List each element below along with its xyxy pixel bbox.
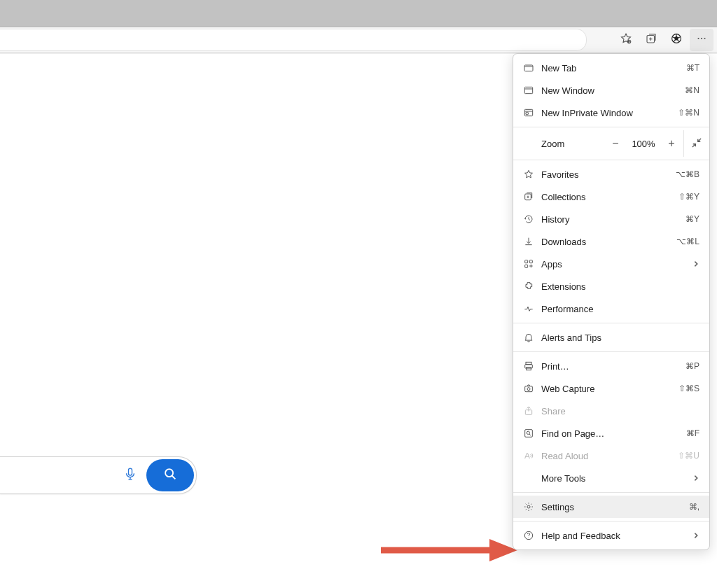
collections-icon: [523, 191, 541, 202]
favorites-star-icon: [620, 32, 632, 48]
menu-item-new-tab[interactable]: New Tab⌘T: [513, 57, 709, 79]
svg-rect-12: [524, 87, 532, 93]
svg-rect-18: [525, 265, 528, 267]
browser-toolbar: [0, 27, 717, 53]
menu-item-find[interactable]: Find on Page…⌘F: [513, 422, 709, 444]
menu-item-label: Favorites: [541, 169, 676, 180]
read-aloud-icon: [523, 450, 541, 461]
svg-point-5: [701, 38, 702, 39]
menu-item-more-tools[interactable]: More Tools: [513, 467, 709, 489]
zoom-label: Zoom: [541, 139, 604, 149]
search-icon: [162, 466, 178, 484]
search-box[interactable]: [0, 456, 197, 494]
menu-item-shortcut: ⌥⌘L: [676, 237, 699, 246]
apps-icon: [523, 258, 541, 270]
menu-separator: [513, 323, 709, 323]
collections-icon: [645, 32, 657, 48]
menu-item-downloads[interactable]: Downloads⌥⌘L: [513, 230, 709, 253]
window-titlebar: [0, 0, 717, 27]
menu-item-label: Alerts and Tips: [541, 332, 699, 343]
menu-item-label: Settings: [541, 502, 689, 512]
menu-item-label: New InPrivate Window: [541, 108, 678, 118]
bell-icon: [523, 332, 541, 343]
annotation-arrow: [381, 539, 517, 561]
menu-separator: [513, 492, 709, 493]
menu-item-web-capture[interactable]: Web Capture⇧⌘S: [513, 377, 709, 400]
svg-point-4: [697, 38, 699, 39]
svg-rect-16: [525, 260, 528, 263]
soccer-profile-icon: [670, 32, 683, 48]
favorites-button[interactable]: [614, 29, 638, 51]
menu-item-new-window[interactable]: New Window⌘N: [513, 79, 709, 102]
menu-item-extensions[interactable]: Extensions: [513, 275, 709, 298]
microphone-icon: [123, 466, 137, 484]
menu-item-performance[interactable]: Performance: [513, 298, 709, 320]
menu-separator: [513, 160, 709, 160]
toolbar-actions: [614, 27, 713, 52]
svg-rect-17: [529, 260, 532, 263]
zoom-in-button[interactable]: +: [660, 137, 683, 150]
menu-item-shortcut: ⌥⌘B: [676, 169, 699, 179]
menu-item-label: Apps: [541, 259, 692, 270]
more-button[interactable]: [690, 29, 713, 51]
menu-separator: [513, 351, 709, 352]
menu-item-label: Collections: [541, 192, 678, 202]
menu-item-print[interactable]: Print…⌘P: [513, 355, 709, 377]
menu-item-shortcut: ⇧⌘Y: [678, 192, 699, 202]
star-icon: [523, 169, 541, 180]
svg-rect-22: [525, 386, 533, 392]
voice-search-button[interactable]: [116, 466, 144, 484]
performance-icon: [523, 303, 541, 314]
svg-marker-3: [675, 36, 678, 40]
menu-item-label: Share: [541, 406, 699, 416]
fullscreen-icon: [692, 138, 702, 150]
menu-separator: [513, 127, 709, 127]
menu-item-label: History: [541, 214, 685, 225]
history-icon: [523, 214, 541, 225]
menu-item-shortcut: ⇧⌘U: [678, 451, 699, 461]
menu-item-collections[interactable]: Collections⇧⌘Y: [513, 186, 709, 208]
menu-item-label: Extensions: [541, 281, 699, 292]
svg-rect-25: [525, 430, 533, 438]
window-icon: [523, 85, 541, 96]
chevron-right-icon: [692, 259, 699, 270]
profile-button[interactable]: [664, 29, 688, 51]
menu-item-shortcut: ⌘Y: [685, 214, 699, 224]
menu-item-help[interactable]: Help and Feedback: [513, 524, 709, 547]
svg-point-8: [165, 469, 173, 477]
address-bar[interactable]: [0, 29, 587, 51]
menu-item-label: Web Capture: [541, 384, 678, 394]
menu-item-favorites[interactable]: Favorites⌥⌘B: [513, 163, 709, 186]
menu-item-shortcut: ⌘T: [686, 63, 699, 73]
settings-and-more-menu: New Tab⌘TNew Window⌘NNew InPrivate Windo…: [513, 53, 710, 550]
fullscreen-button[interactable]: [683, 130, 709, 157]
menu-item-label: New Tab: [541, 63, 686, 74]
menu-item-alerts[interactable]: Alerts and Tips: [513, 326, 709, 349]
menu-item-label: Print…: [541, 361, 685, 372]
extension-icon: [523, 281, 541, 292]
chevron-right-icon: [692, 473, 699, 484]
svg-point-27: [527, 505, 530, 508]
capture-icon: [523, 383, 541, 394]
menu-item-history[interactable]: History⌘Y: [513, 208, 709, 230]
menu-separator: [513, 521, 709, 522]
find-icon: [523, 428, 541, 439]
help-icon: [523, 530, 541, 541]
menu-item-new-inprivate[interactable]: New InPrivate Window⇧⌘N: [513, 102, 709, 124]
download-icon: [523, 236, 541, 247]
menu-item-label: Help and Feedback: [541, 531, 692, 541]
menu-item-apps[interactable]: Apps: [513, 253, 709, 275]
more-icon: [695, 32, 708, 48]
svg-rect-11: [524, 65, 533, 71]
menu-item-settings[interactable]: Settings⌘,: [513, 496, 709, 518]
menu-item-shortcut: ⌘,: [689, 502, 699, 512]
menu-item-shortcut: ⌘N: [685, 85, 699, 95]
menu-item-label: Read Aloud: [541, 451, 678, 461]
zoom-control: Zoom−100%+: [513, 130, 709, 157]
collections-button[interactable]: [639, 29, 663, 51]
search-submit-button[interactable]: [146, 459, 194, 491]
menu-item-shortcut: ⇧⌘S: [678, 384, 699, 393]
zoom-out-button[interactable]: −: [604, 137, 627, 150]
settings-gear-icon: [523, 501, 541, 512]
svg-rect-7: [129, 468, 132, 475]
